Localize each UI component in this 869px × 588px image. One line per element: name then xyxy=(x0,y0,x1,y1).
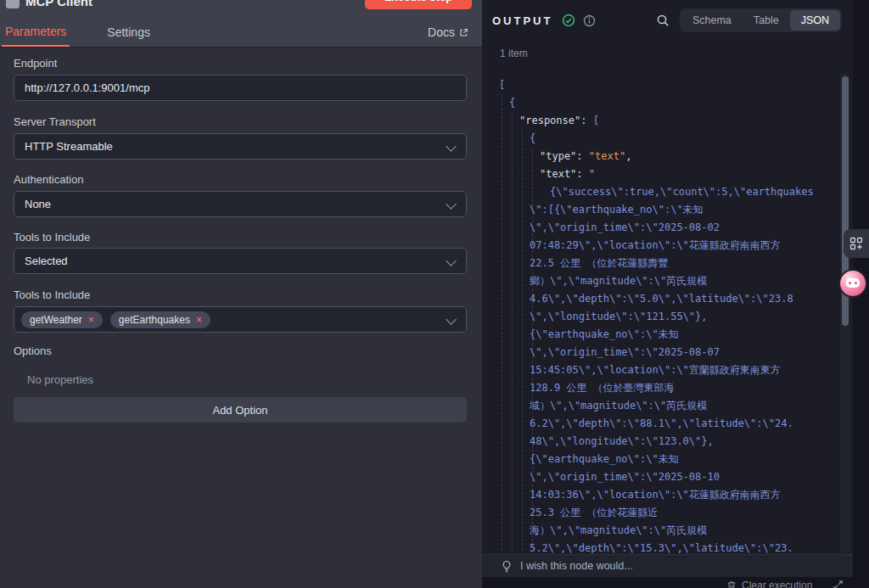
tools-mode-label: Tools to Include xyxy=(14,231,90,244)
trash-icon xyxy=(726,580,737,588)
options-empty-text: No properties xyxy=(27,373,93,386)
output-title: OUTPUT xyxy=(492,14,552,27)
bottom-strip: Clear execution xyxy=(482,577,869,588)
chevron-down-icon xyxy=(446,314,457,325)
indent-guide xyxy=(522,131,523,550)
tool-tag-label: getWeather xyxy=(30,314,82,326)
view-schema[interactable]: Schema xyxy=(681,10,743,31)
tool-tag-getearthquakes[interactable]: getEarthquakes × xyxy=(110,311,210,328)
lightbulb-icon xyxy=(501,560,513,573)
endpoint-label: Endpoint xyxy=(14,57,57,70)
wish-text: I wish this node would... xyxy=(520,560,633,572)
tools-select-label: Tools to Include xyxy=(14,288,90,301)
node-title: MCP Client xyxy=(25,0,93,8)
output-panel: OUTPUT Schema Table JSON 1 item [{"respo… xyxy=(482,0,869,588)
server-transport-label: Server Transport xyxy=(14,115,96,128)
node-title-row: MCP Client xyxy=(6,0,93,8)
clear-execution-label: Clear execution xyxy=(742,580,812,588)
chevron-down-icon xyxy=(446,199,457,210)
tool-tag-label: getEarthquakes xyxy=(119,314,190,326)
view-table[interactable]: Table xyxy=(743,10,790,31)
info-icon[interactable] xyxy=(583,14,596,27)
tools-multi-select[interactable]: getWeather × getEarthquakes × xyxy=(14,306,467,333)
tools-mode-select[interactable]: Selected xyxy=(14,248,467,274)
docs-link-label: Docs xyxy=(428,25,455,39)
output-scrollbar[interactable] xyxy=(840,73,850,553)
node-details-panel: MCP Client Execute step Parameters Setti… xyxy=(0,0,482,588)
output-view-switch: Schema Table JSON xyxy=(680,8,842,32)
authentication-label: Authentication xyxy=(14,173,83,186)
json-output-code: [{"response": [{"type": "text","text": "… xyxy=(492,73,840,553)
wish-input[interactable]: I wish this node would... xyxy=(482,554,853,577)
ndv-tabs: Parameters Settings xyxy=(2,18,188,47)
docs-link[interactable]: Docs xyxy=(428,25,468,39)
node-header: MCP Client Execute step Parameters Setti… xyxy=(0,0,482,48)
indent-guide xyxy=(512,113,513,550)
items-count: 1 item xyxy=(500,48,528,59)
endpoint-value: http://127.0.0.1:9001/mcp xyxy=(25,81,149,94)
success-check-icon xyxy=(562,14,575,27)
tools-mode-value: Selected xyxy=(25,255,68,267)
output-header: OUTPUT Schema Table JSON xyxy=(492,8,842,33)
tab-settings[interactable]: Settings xyxy=(104,18,154,47)
tool-tag-getweather[interactable]: getWeather × xyxy=(21,311,103,328)
indent-guide xyxy=(532,148,533,550)
authentication-select[interactable]: None xyxy=(14,191,467,217)
clear-execution-button[interactable]: Clear execution xyxy=(726,580,812,588)
options-label: Options xyxy=(14,344,52,357)
add-option-button[interactable]: Add Option xyxy=(14,397,467,423)
side-panel-button[interactable] xyxy=(844,229,869,258)
execute-step-button[interactable]: Execute step xyxy=(365,0,472,9)
server-transport-value: HTTP Streamable xyxy=(25,140,113,153)
search-icon[interactable] xyxy=(656,14,670,27)
view-json[interactable]: JSON xyxy=(790,10,840,31)
endpoint-input[interactable]: http://127.0.0.1:9001/mcp xyxy=(14,75,467,101)
assistant-icon xyxy=(846,278,860,288)
remove-tag-icon[interactable]: × xyxy=(196,315,202,325)
authentication-value: None xyxy=(25,198,51,210)
expand-icon[interactable] xyxy=(833,580,844,588)
chevron-down-icon xyxy=(446,141,457,152)
chevron-down-icon xyxy=(446,255,457,266)
server-transport-select[interactable]: HTTP Streamable xyxy=(14,133,467,160)
external-link-icon xyxy=(459,28,468,37)
assistant-button[interactable] xyxy=(838,269,867,298)
mcp-client-node-icon xyxy=(6,0,20,8)
indent-guide xyxy=(502,95,502,550)
remove-tag-icon[interactable]: × xyxy=(88,315,94,325)
tab-parameters[interactable]: Parameters xyxy=(2,18,70,47)
layout-grid-icon xyxy=(849,237,863,250)
